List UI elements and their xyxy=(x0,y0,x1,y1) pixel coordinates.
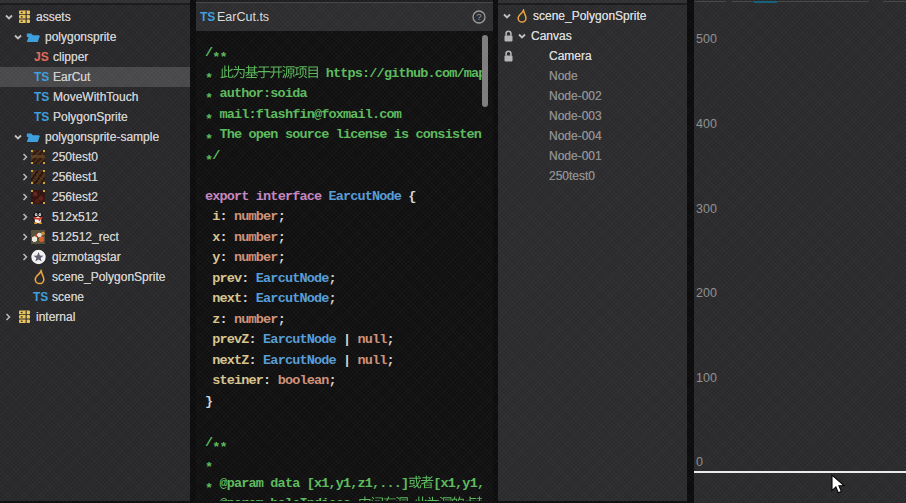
svg-text:?: ? xyxy=(476,12,481,22)
